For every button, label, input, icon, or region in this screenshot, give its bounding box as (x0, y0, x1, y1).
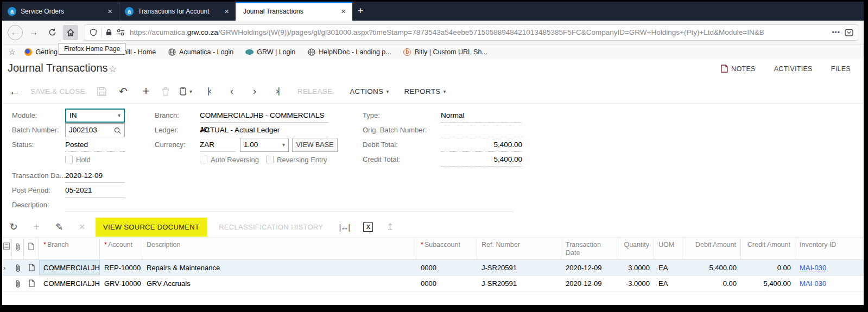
new-tab-button[interactable]: + (352, 2, 369, 21)
cell-credit-amount[interactable]: 0.00 (741, 260, 795, 275)
module-select[interactable]: IN ▾ (65, 109, 125, 123)
view-base-button[interactable]: VIEW BASE (292, 138, 338, 152)
cell-description[interactable]: Repairs & Maintenance (142, 260, 416, 275)
delete-icon[interactable] (162, 87, 169, 96)
close-tab-icon[interactable]: × (339, 7, 348, 16)
activities-link[interactable]: ACTIVITIES (774, 65, 813, 73)
column-header-debit-amount[interactable]: Debit Amount (682, 238, 741, 259)
column-header-subaccount[interactable]: *Subaccount (416, 238, 477, 259)
column-header-description[interactable]: Description (142, 238, 416, 259)
cell-quantity[interactable]: 3.0000 (617, 260, 654, 275)
cell-subaccount[interactable]: 0000 (416, 260, 477, 275)
bookmark-bitly[interactable]: b Bitly | Custom URL Sh... (403, 48, 487, 56)
copy-paste-caret-icon[interactable]: ▾ (189, 88, 192, 94)
row-settings-icon[interactable] (2, 238, 12, 259)
description-input[interactable] (65, 198, 513, 212)
tracking-protection-shield-icon[interactable] (90, 28, 97, 37)
export-excel-icon[interactable]: X (363, 222, 373, 232)
cell-description[interactable]: GRV Accruals (142, 276, 416, 291)
auto-reversing-checkbox[interactable]: Auto Reversing (200, 152, 259, 167)
add-row-icon[interactable]: + (25, 221, 48, 233)
save-icon[interactable] (97, 87, 106, 96)
cell-ref-number[interactable]: J-SR20591 (477, 276, 561, 291)
close-tab-icon[interactable]: × (105, 7, 115, 16)
hold-checkbox[interactable]: Hold (65, 152, 91, 167)
column-header-uom[interactable]: UOM (654, 238, 682, 259)
home-icon[interactable] (63, 25, 78, 40)
cell-ref-number[interactable]: J-SR20591 (477, 260, 561, 275)
note-icon[interactable] (24, 260, 39, 275)
cell-debit-amount[interactable]: 5,400.00 (682, 260, 741, 275)
add-record-icon[interactable]: + (138, 84, 154, 98)
upload-icon[interactable]: ↥ (378, 221, 401, 233)
last-record-icon[interactable]: ›| (269, 86, 286, 97)
column-header-ref-number[interactable]: Ref. Number (477, 238, 561, 259)
undo-icon[interactable]: ↶ (115, 85, 131, 98)
cell-debit-amount[interactable]: 0.00 (682, 276, 741, 291)
pocket-icon[interactable] (845, 28, 853, 37)
close-tab-icon[interactable]: × (222, 7, 231, 16)
post-period-input[interactable]: 05-2021 (65, 183, 125, 198)
edit-row-icon[interactable]: ✎ (48, 221, 71, 233)
ledger-value[interactable]: ACTUAL - Actual Ledger (200, 123, 328, 137)
transaction-date-input[interactable]: 2020-12-09 (65, 169, 125, 183)
column-header-branch[interactable]: *Branch (39, 238, 100, 259)
chevron-down-icon[interactable]: ▾ (118, 109, 121, 123)
cell-uom[interactable]: EA (654, 276, 682, 291)
column-header-credit-amount[interactable]: Credit Amount (741, 238, 795, 259)
cell-subaccount[interactable]: 0000 (416, 276, 477, 291)
bookmark-grw-login[interactable]: GRW | Login (245, 48, 295, 56)
reload-icon[interactable] (45, 25, 60, 40)
inventory-id-link[interactable]: MAI-030 (800, 279, 826, 288)
column-header-account[interactable]: *Account (100, 238, 142, 259)
url-bar[interactable]: https://acumatica.grw.co.za/GRWHoldings/… (85, 24, 858, 41)
cell-credit-amount[interactable]: 5,400.00 (741, 276, 795, 291)
cell-uom[interactable]: EA (654, 260, 682, 275)
page-actions-icon[interactable]: ••• (832, 29, 840, 36)
tab-journal-transactions[interactable]: Journal Transactions × (236, 2, 352, 21)
cell-branch[interactable]: COMMERCIALJHB (39, 260, 100, 275)
refresh-icon[interactable]: ↻ (2, 221, 25, 233)
branch-value[interactable]: COMMERCIALJHB - COMMERCIALS JO (200, 109, 328, 123)
currency-rate-select[interactable]: 1.00 ▾ (240, 138, 289, 152)
currency-code-value[interactable]: ZAR (200, 138, 236, 152)
actions-menu[interactable]: ACTIONS ▾ (350, 87, 389, 95)
bookmark-helpndoc[interactable]: HelpNDoc - Landing p... (307, 48, 391, 56)
cell-branch[interactable]: COMMERCIALJHB (39, 276, 100, 291)
bookmarks-toolbar-icon[interactable]: ☆ (9, 48, 16, 56)
save-close-button[interactable]: SAVE & CLOSE (30, 87, 85, 95)
cell-account[interactable]: GRV-10000 (100, 276, 142, 291)
inventory-id-link[interactable]: MAI-030 (800, 264, 826, 272)
batch-number-input[interactable]: J002103 (65, 123, 125, 137)
search-icon[interactable] (114, 127, 121, 134)
table-row[interactable]: › COMMERCIALJHB REP-10000 Repairs & Main… (2, 260, 864, 276)
next-record-icon[interactable]: › (246, 86, 263, 97)
reversing-entry-checkbox[interactable]: Reversing Entry (266, 152, 327, 167)
reclassification-history-button[interactable]: RECLASSIFICATION HISTORY (219, 223, 323, 231)
cell-account[interactable]: REP-10000 (100, 260, 142, 275)
copy-paste-icon[interactable] (179, 87, 187, 96)
notes-link[interactable]: NOTES (721, 65, 756, 73)
files-link[interactable]: FILES (831, 65, 851, 73)
lock-icon[interactable] (105, 28, 112, 36)
column-header-inventory-id[interactable]: Inventory ID (795, 238, 864, 259)
column-header-quantity[interactable]: Quantity (617, 238, 654, 259)
permissions-icon[interactable] (116, 29, 125, 36)
view-source-document-button[interactable]: VIEW SOURCE DOCUMENT (96, 218, 207, 237)
tab-transactions-for-account[interactable]: a Transactions for Account × (119, 2, 236, 21)
previous-record-icon[interactable]: ‹ (224, 86, 240, 97)
favorite-star-icon[interactable]: ☆ (109, 63, 117, 75)
release-button[interactable]: RELEASE (297, 87, 332, 95)
back-arrow-icon[interactable]: ← (7, 85, 23, 98)
table-row[interactable]: COMMERCIALJHB GRV-10000 GRV Accruals 000… (2, 276, 864, 291)
cell-transaction-date[interactable]: 2020-12-09 (561, 276, 617, 291)
paperclip-icon[interactable] (12, 276, 24, 291)
chevron-down-icon[interactable]: ▾ (282, 138, 285, 152)
first-record-icon[interactable]: |‹ (201, 86, 217, 97)
delete-row-icon[interactable]: × (71, 221, 93, 233)
forward-icon[interactable]: → (26, 25, 41, 40)
url-text[interactable]: https://acumatica.grw.co.za/GRWHoldings/… (130, 28, 827, 36)
cell-quantity[interactable]: -3.0000 (617, 276, 654, 291)
bookmark-acumatica-login[interactable]: Acumatica - Login (168, 48, 233, 56)
column-header-transaction-date[interactable]: Transaction Date (561, 238, 617, 259)
